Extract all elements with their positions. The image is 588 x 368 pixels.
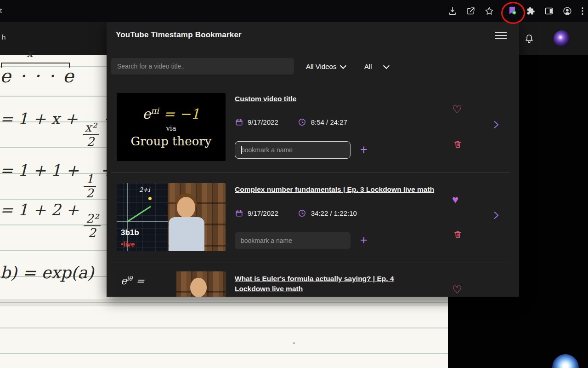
- thumb-point-label: 2+i: [139, 186, 150, 193]
- math-line-2-fraction: 12: [84, 173, 96, 200]
- video-title-link[interactable]: Complex number fundamentals | Ep. 3 Lock…: [235, 184, 435, 195]
- clock-icon: [298, 209, 306, 218]
- math-line-3-pre: = 1 + 2 +: [0, 201, 79, 219]
- math-line-1: = 1 + x +x²2+: [0, 109, 116, 149]
- video-thumbnail[interactable]: eπi= −1 via Group theory: [117, 93, 226, 161]
- extensions-puzzle-icon[interactable]: [526, 6, 536, 16]
- math-line-3: = 1 + 2 +2²2+: [0, 201, 118, 240]
- thumb-formula: eiθ=: [121, 275, 144, 287]
- filter-type-label: All: [364, 63, 372, 70]
- filter-all-videos-label: All Videos: [306, 63, 336, 70]
- video-meta: 9/17/2022 34:22 / 1:22:10: [235, 208, 357, 218]
- paper-shadow-band: [0, 299, 448, 306]
- math-line-4: b) = exp(a): [0, 263, 94, 282]
- profile-icon[interactable]: [562, 6, 572, 16]
- paper-speck: [293, 342, 295, 344]
- youtube-search-fragment: h: [2, 33, 6, 41]
- video-date: 9/17/2022: [248, 209, 278, 217]
- filter-type[interactable]: All: [364, 63, 389, 70]
- row-divider: [111, 263, 510, 263]
- clock-icon: [298, 118, 306, 126]
- calendar-icon: [235, 118, 243, 126]
- add-bookmark-button[interactable]: +: [358, 141, 369, 159]
- side-panel-icon[interactable]: [544, 6, 554, 16]
- avatar[interactable]: [554, 30, 570, 47]
- math-line-2-pre: = 1 + 1 +: [0, 161, 79, 179]
- video-meta: 9/17/2022 8:54 / 24:27: [235, 117, 347, 127]
- thumb-caption: Group theory: [131, 134, 212, 148]
- thumb-brand-label: 3b1b: [121, 228, 139, 237]
- screen: t: [0, 0, 588, 368]
- expand-chevron-icon[interactable]: [492, 120, 501, 130]
- menu-hamburger-icon[interactable]: [495, 32, 507, 40]
- video-search-input[interactable]: [111, 58, 294, 75]
- favorite-heart-icon[interactable]: ♥: [452, 194, 464, 206]
- chevron-down-icon: [383, 62, 390, 69]
- tab-title-fragment: t: [0, 7, 2, 14]
- notifications-bell-icon[interactable]: [524, 33, 535, 44]
- calendar-icon: [235, 209, 243, 218]
- delete-trash-icon[interactable]: [453, 230, 463, 240]
- bookmark-name-input[interactable]: [235, 141, 351, 159]
- video-title-link[interactable]: Custom video title: [235, 94, 435, 104]
- video-timestamp: 34:22 / 1:22:10: [311, 209, 357, 217]
- video-date: 9/17/2022: [248, 118, 278, 126]
- math-e-series: e · · · e: [0, 65, 75, 86]
- download-icon[interactable]: [447, 6, 458, 16]
- person: [190, 278, 207, 297]
- video-thumbnail[interactable]: eiθ=: [117, 271, 226, 297]
- filter-all-videos[interactable]: All Videos: [306, 63, 345, 70]
- extension-bookmark-icon[interactable]: [507, 6, 517, 16]
- menu-dots-icon[interactable]: [577, 6, 581, 16]
- favorite-heart-icon[interactable]: ♡: [452, 284, 464, 296]
- share-icon[interactable]: [466, 6, 476, 16]
- video-thumbnail[interactable]: 2+i 3b1b •live: [117, 183, 226, 251]
- delete-trash-icon[interactable]: [453, 139, 463, 150]
- favorite-heart-icon[interactable]: ♡: [452, 104, 464, 116]
- row-divider: [111, 172, 510, 173]
- video-timestamp: 8:54 / 24:27: [311, 118, 347, 126]
- math-exponent-label: x: [27, 47, 33, 60]
- bookmark-name-input[interactable]: [235, 232, 351, 249]
- video-title-link[interactable]: What is Euler's formula actually saying?…: [235, 274, 428, 293]
- thumb-via-label: via: [166, 124, 176, 132]
- browser-toolbar: t: [0, 0, 588, 22]
- thumb-live-label: •live: [121, 240, 135, 248]
- chevron-down-icon: [340, 62, 346, 69]
- math-line-3-fraction: 2²2: [84, 213, 101, 240]
- text-caret: [241, 146, 242, 154]
- popup-title: YouTube Timestamp Bookmarker: [116, 30, 242, 40]
- thumb-formula: eπi= −1: [142, 106, 199, 122]
- math-line-1-fraction: x²2: [83, 121, 99, 149]
- extension-popup: YouTube Timestamp Bookmarker All Videos …: [107, 21, 519, 297]
- thumb-blackboard: eiθ=: [117, 271, 176, 297]
- add-bookmark-button[interactable]: +: [358, 232, 369, 249]
- math-line-2: = 1 + 1 +12+: [0, 161, 113, 200]
- star-icon[interactable]: [484, 6, 494, 16]
- math-line-1-pre: = 1 + x +: [0, 109, 78, 128]
- expand-chevron-icon[interactable]: [492, 211, 501, 221]
